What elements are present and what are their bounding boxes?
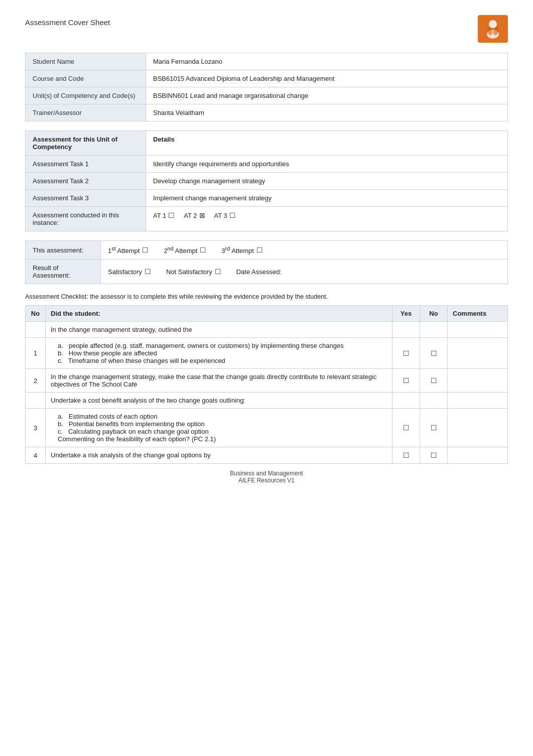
checklist-header-row: No Did the student: Yes No Comments <box>26 306 508 322</box>
assessment-row: Assessment Task 2Develop change manageme… <box>26 173 508 190</box>
row-comments <box>448 338 508 369</box>
result-items: Satisfactory ☐ Not Satisfactory ☐ Date A… <box>108 268 500 276</box>
row-did: In the change management strategy, make … <box>46 369 392 393</box>
row-no: 3 <box>26 409 46 447</box>
sub-item-a: a. people affected (e.g. staff, manageme… <box>58 342 387 349</box>
row-did: a. Estimated costs of each option b. Pot… <box>46 409 392 447</box>
not-satisfactory-checkbox[interactable]: ☐ <box>215 268 221 276</box>
at-row: Assessment conducted in this instance:AT… <box>26 207 508 231</box>
attempt-1-label: 1st Attempt <box>108 245 140 255</box>
attempt-3-checkbox[interactable]: ☐ <box>256 246 263 254</box>
row-yes <box>392 322 420 338</box>
assessment-row: Assessment for this Unit of CompetencyDe… <box>26 131 508 156</box>
row-no: 2 <box>26 369 46 393</box>
at-item-label-1: AT 1 <box>153 212 166 219</box>
info-value: BSBINN601 Lead and manage organisational… <box>146 87 508 104</box>
row-no2[interactable]: ☐ <box>420 447 448 464</box>
sub-item-b: b. How these people are affected <box>58 349 387 357</box>
row-no <box>26 393 46 409</box>
page-title: Assessment Cover Sheet <box>25 15 110 27</box>
svg-point-0 <box>489 20 497 28</box>
info-value: BSB61015 Advanced Diploma of Leadership … <box>146 70 508 87</box>
row-no <box>26 322 46 338</box>
row-yes[interactable]: ☐ <box>392 369 420 393</box>
checklist-row-4: 4 Undertake a risk analysis of the chang… <box>26 447 508 464</box>
info-row: Student NameMaria Fernanda Lozano <box>26 53 508 70</box>
at-checkbox-3[interactable]: ☐ <box>229 211 236 219</box>
satisfactory-item: Satisfactory ☐ <box>108 268 151 276</box>
info-value: Shanta Velaitham <box>146 104 508 121</box>
assessment-value: Details <box>146 131 508 156</box>
assessment-label: Assessment for this Unit of Competency <box>26 131 146 156</box>
row-yes[interactable]: ☐ <box>392 338 420 369</box>
col-no2: No <box>420 306 448 322</box>
info-row: Unit(s) of Competency and Code(s)BSBINN6… <box>26 87 508 104</box>
info-label: Unit(s) of Competency and Code(s) <box>26 87 146 104</box>
row-no2[interactable]: ☐ <box>420 369 448 393</box>
info-label: Course and Code <box>26 70 146 87</box>
assessment-value: Develop change management strategy <box>146 173 508 190</box>
sub-item-3d: Commenting on the feasibility of each op… <box>58 435 387 443</box>
footer-line1: Business and Management <box>25 470 508 477</box>
page-header: Assessment Cover Sheet <box>25 15 508 43</box>
satisfactory-checkbox[interactable]: ☐ <box>145 268 151 276</box>
assessment-label: Assessment Task 2 <box>26 173 146 190</box>
at-checkbox-1[interactable]: ☐ <box>168 211 175 219</box>
row-no2[interactable]: ☐ <box>420 338 448 369</box>
date-assessed-item: Date Assessed: <box>236 268 334 276</box>
date-assessed-value <box>284 268 334 276</box>
info-table: Student NameMaria Fernanda LozanoCourse … <box>25 53 508 121</box>
attempt-1-checkbox[interactable]: ☐ <box>142 246 149 254</box>
at-item-2: AT 2⊠ <box>184 211 205 219</box>
row-comments <box>448 447 508 464</box>
attempt-options: 1st Attempt ☐ 2nd Attempt ☐ 3rd Attempt … <box>101 241 508 260</box>
attempt-2-label: 2nd Attempt <box>164 245 197 255</box>
at-label: Assessment conducted in this instance: <box>26 207 146 231</box>
checklist-row-3: 3 a. Estimated costs of each option b. P… <box>26 409 508 447</box>
assessment-row: Assessment Task 1Identify change require… <box>26 156 508 173</box>
row-no: 4 <box>26 447 46 464</box>
row-no2 <box>420 322 448 338</box>
checklist-row-2: 2 In the change management strategy, mak… <box>26 369 508 393</box>
info-row: Course and CodeBSB61015 Advanced Diploma… <box>26 70 508 87</box>
row-did: a. people affected (e.g. staff, manageme… <box>46 338 392 369</box>
row-yes[interactable]: ☐ <box>392 447 420 464</box>
sub-item-c: c. Timeframe of when these changes will … <box>58 357 387 364</box>
row-comments <box>448 322 508 338</box>
row-did: In the change management strategy, outli… <box>46 322 392 338</box>
at-checkbox-2[interactable]: ⊠ <box>199 211 205 219</box>
row-comments <box>448 409 508 447</box>
assessment-label: Assessment Task 1 <box>26 156 146 173</box>
date-assessed-label: Date Assessed: <box>236 268 282 276</box>
row-did: Undertake a cost benefit analysis of the… <box>46 393 392 409</box>
row-comments <box>448 369 508 393</box>
checklist-group-header-1: In the change management strategy, outli… <box>26 322 508 338</box>
row-no: 1 <box>26 338 46 369</box>
at-item-3: AT 3☐ <box>214 211 236 219</box>
row-did: Undertake a risk analysis of the change … <box>46 447 392 464</box>
assessment-value: Identify change requirements and opportu… <box>146 156 508 173</box>
at-item-label-3: AT 3 <box>214 212 227 219</box>
result-row: Result of Assessment: Satisfactory ☐ Not… <box>26 260 508 284</box>
result-options: Satisfactory ☐ Not Satisfactory ☐ Date A… <box>101 260 508 284</box>
assessment-row: Assessment Task 3Implement change manage… <box>26 190 508 207</box>
sub-item-3c: c. Calculating payback on each change go… <box>58 428 387 435</box>
sub-item-3a: a. Estimated costs of each option <box>58 413 387 420</box>
attempt-label: This assessment: <box>26 241 101 260</box>
info-row: Trainer/AssessorShanta Velaitham <box>26 104 508 121</box>
result-label: Result of Assessment: <box>26 260 101 284</box>
row-comments <box>448 393 508 409</box>
attempt-3: 3rd Attempt ☐ <box>221 245 263 255</box>
info-label: Student Name <box>26 53 146 70</box>
attempt-1: 1st Attempt ☐ <box>108 245 149 255</box>
row-yes[interactable]: ☐ <box>392 409 420 447</box>
attempt-3-label: 3rd Attempt <box>221 245 254 255</box>
attempt-2-checkbox[interactable]: ☐ <box>200 246 206 254</box>
col-comments: Comments <box>448 306 508 322</box>
footer: Business and Management AILFE Resources … <box>25 470 508 484</box>
checklist-group-header-2: Undertake a cost benefit analysis of the… <box>26 393 508 409</box>
info-value: Maria Fernanda Lozano <box>146 53 508 70</box>
row-no2[interactable]: ☐ <box>420 409 448 447</box>
assessment-table: Assessment for this Unit of CompetencyDe… <box>25 131 508 231</box>
assessment-label: Assessment Task 3 <box>26 190 146 207</box>
